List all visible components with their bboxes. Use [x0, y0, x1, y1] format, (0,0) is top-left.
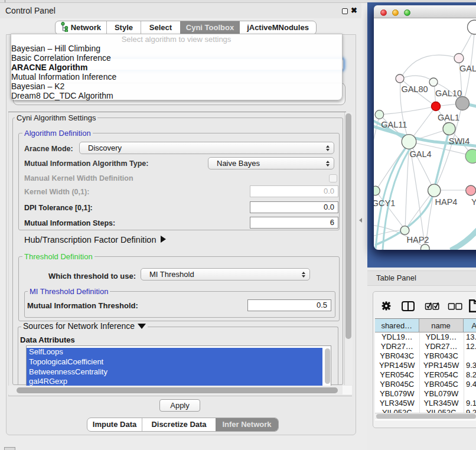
svg-text:GAL2: GAL2 [459, 64, 476, 73]
svg-text:YJ: YJ [471, 197, 476, 207]
svg-text:GAL1: GAL1 [438, 113, 459, 122]
svg-text:GAL80: GAL80 [401, 84, 428, 94]
svg-text:GCY1: GCY1 [374, 198, 395, 208]
svg-text:HAP2: HAP2 [407, 235, 429, 244]
svg-text:GAL11: GAL11 [381, 120, 407, 129]
svg-text:SWI4: SWI4 [449, 136, 470, 146]
svg-text:GAL4: GAL4 [409, 149, 431, 159]
svg-text:HAP4: HAP4 [435, 197, 458, 207]
svg-text:GAL10: GAL10 [435, 89, 462, 98]
